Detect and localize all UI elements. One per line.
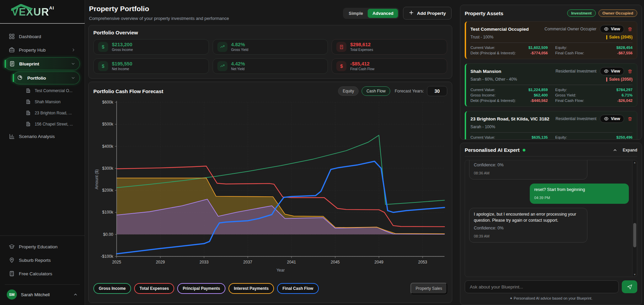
dollar-icon: $ — [336, 61, 346, 71]
user-menu[interactable]: SM Sarah Mitchell — [5, 284, 80, 305]
sidebar-item-free-calculators[interactable]: Free Calculators — [5, 268, 80, 280]
sidebar-item-portfolio[interactable]: Portfolio — [13, 72, 80, 84]
sidebar-item-blueprint[interactable]: Blueprint — [5, 57, 80, 70]
page-subtitle: Comprehensive overview of your property … — [89, 16, 229, 21]
sidebar-item-label: Blueprint — [19, 61, 39, 66]
building-icon — [26, 99, 31, 104]
stat-label: Gross Income — [112, 48, 133, 52]
svg-text:$600k: $600k — [102, 100, 114, 105]
add-property-button[interactable]: Add Property — [403, 7, 452, 20]
svg-text:-$100k: -$100k — [101, 254, 114, 259]
chevron-right-icon — [71, 48, 76, 52]
sidebar-item-property-156-chapel[interactable]: 156 Chapel Street, ... — [23, 119, 80, 129]
legend-toggle-total-expenses[interactable]: Total Expenses — [134, 283, 174, 294]
eye-icon — [604, 116, 609, 121]
forecast-years-input[interactable] — [427, 86, 447, 96]
chat-message-list[interactable]: Please try again or contact support. Con… — [465, 160, 637, 277]
house-roof-icon — [11, 4, 32, 11]
overview-stats: $ $213,200 Gross Income 4.82% Gross Yiel… — [93, 39, 447, 74]
stat-value: $298,612 — [350, 42, 373, 48]
sidebar-item-suburb-reports[interactable]: Suburb Reports — [5, 254, 80, 266]
sidebar-item-scenario-analysis[interactable]: Scenario Analysis — [5, 130, 80, 142]
toggle-simple[interactable]: Simple — [344, 9, 368, 18]
sidebar-item-label: Scenario Analysis — [19, 134, 55, 139]
right-column: Property Assets Investment Owner Occupie… — [460, 0, 642, 305]
asset-filters: Investment Owner Occupied — [567, 9, 637, 17]
legend-toggle-final-cash-flow[interactable]: Final Cash Flow — [277, 283, 318, 294]
asset-stat: Gross Income:$62,400 — [470, 93, 548, 97]
chevron-down-icon — [71, 61, 75, 66]
stat-value: $213,200 — [112, 42, 133, 48]
ai-disclaimer: ✦ Personalised AI advice based on your B… — [465, 296, 637, 301]
chat-message-assistant: I apologize, but I encountered an error … — [469, 208, 587, 242]
sidebar-item-label: Free Calculators — [19, 271, 52, 276]
asset-stat: Final Cash Flow:-$26,042 — [555, 99, 633, 103]
view-button[interactable]: View — [600, 67, 624, 75]
sparkle-icon: ✦ — [510, 296, 513, 300]
briefcase-icon — [9, 47, 15, 53]
confidence-label: Confidence: 0% — [474, 225, 583, 231]
calculator-icon — [9, 271, 15, 277]
ai-title: Personalised AI Expert — [465, 147, 520, 153]
sidebar-item-property-education[interactable]: Property Education — [5, 241, 80, 253]
cash-flow-chart[interactable]: $600k$500k$400k$300k$200k$100k$0.00-$100… — [93, 97, 447, 282]
asset-type: Residential Investment — [555, 69, 596, 74]
asset-stat: Equity:$250,496 — [555, 135, 633, 139]
eye-icon — [604, 27, 609, 31]
equity-button[interactable]: Equity — [338, 86, 359, 96]
delete-button[interactable] — [627, 27, 633, 32]
svg-text:Year: Year — [276, 268, 284, 273]
stat-card-gross-yield: 4.82% Gross Yield — [213, 39, 328, 55]
sidebar-item-property-shah-mansion[interactable]: Shah Mansion — [23, 97, 80, 107]
view-button[interactable]: View — [600, 25, 624, 33]
grid-icon — [9, 33, 15, 39]
chat-message-user: reset? Start from beginning 04:39 PM — [530, 184, 629, 204]
legend-toggle-principal-payments[interactable]: Principal Payments — [177, 283, 225, 294]
stat-label: Net Income — [112, 67, 132, 71]
svg-text:2025: 2025 — [112, 260, 121, 265]
stat-card-net-income: $ $195,550 Net Income — [93, 58, 209, 74]
property-sales-button[interactable]: Property Sales — [410, 283, 447, 294]
dollar-icon: $ — [98, 42, 108, 52]
receipt-icon — [336, 42, 346, 52]
grad-cap-icon — [9, 244, 15, 250]
stat-card-final-cash-flow: $ -$85,412 Final Cash Flow — [332, 58, 447, 74]
cash-flow-button[interactable]: Cash Flow — [362, 86, 390, 96]
legend-toggle-gross-income[interactable]: Gross Income — [93, 283, 131, 294]
sidebar-item-label: 156 Chapel Street, ... — [35, 122, 73, 127]
toggle-advanced[interactable]: Advanced — [368, 9, 398, 18]
sidebar-item-property-23-brighton[interactable]: 23 Brighton Road, ... — [23, 108, 80, 118]
sidebar-item-label: Shah Mansion — [35, 100, 61, 104]
sidebar-item-property-test-commercial[interactable]: Test Commercial O... — [23, 86, 80, 95]
filter-badge-owner-occupied[interactable]: Owner Occupied — [599, 9, 637, 17]
legend-toggle-interest-payments[interactable]: Interest Payments — [228, 283, 274, 294]
stat-value: $195,550 — [112, 61, 132, 67]
send-button[interactable] — [622, 280, 637, 293]
stat-label: Final Cash Flow — [350, 67, 374, 71]
svg-text:2045: 2045 — [331, 260, 340, 265]
expand-button[interactable]: Expand — [623, 148, 637, 152]
view-button[interactable]: View — [600, 115, 624, 123]
sidebar-item-dashboard[interactable]: Dashboard — [5, 30, 80, 43]
sidebar-item-label: Portfolio — [27, 76, 46, 81]
stat-label: Net Yield — [231, 67, 245, 71]
ai-chat-input[interactable] — [465, 280, 619, 293]
avatar: SM — [7, 289, 17, 300]
svg-text:2049: 2049 — [374, 260, 384, 265]
asset-name: Shah Mansion — [470, 69, 501, 74]
pie-icon — [17, 75, 23, 81]
stat-label: Total Expenses — [350, 48, 373, 52]
chat-scrollbar[interactable]: ▲▼ — [632, 161, 637, 276]
svg-text:$100k: $100k — [102, 210, 114, 215]
stat-card-net-yield: 4.42% Net Yield — [213, 58, 328, 74]
chart-title: Portfolio Cash Flow Forecast — [93, 88, 163, 94]
delete-button[interactable] — [627, 69, 633, 74]
collapse-chevron-icon[interactable] — [613, 148, 617, 152]
document-icon — [9, 61, 15, 67]
vexur-logo[interactable]: VEXURAI — [0, 0, 85, 23]
asset-stat: Final Cash Flow:-$67,556 — [555, 51, 633, 55]
sidebar-item-property-hub[interactable]: Property Hub — [5, 44, 80, 56]
filter-badge-investment[interactable]: Investment — [567, 9, 596, 17]
delete-button[interactable] — [627, 116, 633, 121]
sidebar-item-label: Dashboard — [19, 34, 41, 39]
